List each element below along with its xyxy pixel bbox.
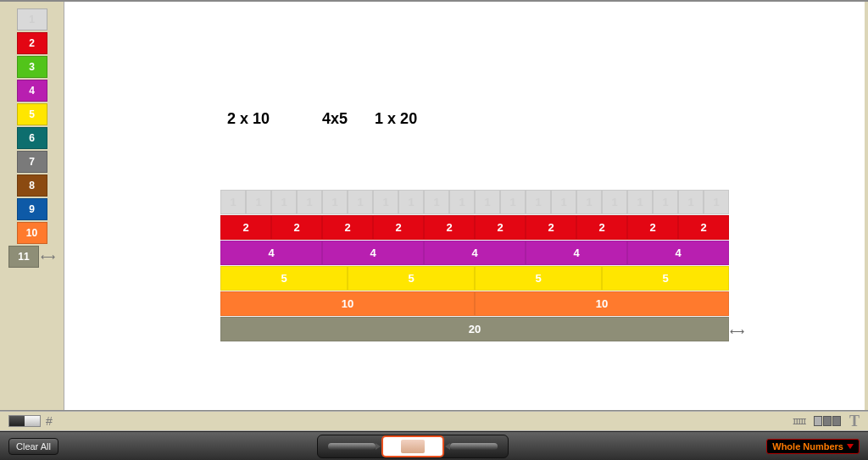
- drawing-tool-tray: [317, 435, 509, 458]
- main-area: 1234567891011⟷ 2 x 10 4x5 1 x 20 1111111…: [0, 0, 868, 411]
- text-annotation[interactable]: 2 x 10: [227, 110, 270, 128]
- text-annotation[interactable]: 4x5: [322, 110, 348, 128]
- rod-5[interactable]: 5: [475, 266, 602, 291]
- rod-1[interactable]: 1: [271, 190, 297, 214]
- grid-icon[interactable]: #: [46, 414, 53, 428]
- mode-dropdown[interactable]: Whole Numbers: [766, 439, 860, 454]
- rod-4[interactable]: 4: [424, 241, 526, 265]
- rod-2[interactable]: 2: [271, 215, 322, 240]
- palette-rod-2[interactable]: 2: [17, 32, 47, 54]
- rod-1[interactable]: 1: [475, 190, 500, 214]
- clear-all-button[interactable]: Clear All: [8, 438, 58, 455]
- rod-1[interactable]: 1: [653, 190, 678, 214]
- rod-2[interactable]: 2: [576, 215, 627, 240]
- palette-rod-5[interactable]: 5: [17, 103, 47, 125]
- resize-handle-icon[interactable]: ⟷: [730, 325, 744, 337]
- rod-10[interactable]: 10: [220, 291, 475, 316]
- rod-10[interactable]: 10: [475, 291, 729, 316]
- ruler-icon[interactable]: ɪɪɪɪɪ: [793, 415, 805, 427]
- bottom-toolbar: Clear All Whole Numbers: [0, 431, 868, 460]
- palette-rod-6[interactable]: 6: [17, 127, 47, 149]
- rod-5[interactable]: 5: [220, 266, 348, 291]
- rod-row[interactable]: 5555: [220, 266, 729, 291]
- palette-rod-1[interactable]: 1: [17, 8, 47, 30]
- color-swatches[interactable]: [814, 416, 841, 426]
- rod-4[interactable]: 4: [220, 241, 322, 265]
- rod-1[interactable]: 1: [627, 190, 653, 214]
- palette-rod-7[interactable]: 7: [17, 151, 47, 173]
- rod-1[interactable]: 1: [551, 190, 576, 214]
- rod-1[interactable]: 1: [576, 190, 602, 214]
- rod-2[interactable]: 2: [475, 215, 526, 240]
- view-toggle[interactable]: [8, 415, 41, 427]
- palette-rod-3[interactable]: 3: [17, 56, 47, 78]
- options-strip: # ɪɪɪɪɪ T: [0, 411, 868, 431]
- rod-1[interactable]: 1: [424, 190, 449, 214]
- eraser-tool[interactable]: [383, 437, 442, 456]
- rod-palette: 1234567891011⟷: [0, 2, 64, 410]
- text-annotations[interactable]: 2 x 10 4x5 1 x 20: [227, 110, 417, 128]
- rod-4[interactable]: 4: [322, 241, 424, 265]
- rod-1[interactable]: 1: [246, 190, 271, 214]
- rod-2[interactable]: 2: [322, 215, 373, 240]
- rod-20[interactable]: 20: [220, 317, 729, 341]
- rod-1[interactable]: 1: [373, 190, 398, 214]
- rod-1[interactable]: 1: [678, 190, 704, 214]
- chevron-down-icon: [847, 444, 854, 449]
- canvas[interactable]: 2 x 10 4x5 1 x 20 1111111111111111111122…: [64, 2, 865, 410]
- rod-5[interactable]: 5: [348, 266, 475, 291]
- palette-rod-10[interactable]: 10: [17, 222, 47, 244]
- rod-row[interactable]: 20: [220, 317, 729, 342]
- rod-row[interactable]: 44444: [220, 241, 729, 266]
- palette-rod-8[interactable]: 8: [17, 175, 47, 197]
- mode-label: Whole Numbers: [772, 441, 843, 452]
- rod-1[interactable]: 1: [704, 190, 729, 214]
- rod-1[interactable]: 1: [297, 190, 322, 214]
- rod-stack[interactable]: 1111111111111111111122222222224444455551…: [220, 190, 729, 342]
- rod-1[interactable]: 1: [322, 190, 348, 214]
- palette-resize-icon[interactable]: ⟷: [41, 251, 55, 263]
- rod-1[interactable]: 1: [526, 190, 551, 214]
- rod-4[interactable]: 4: [526, 241, 627, 265]
- rod-2[interactable]: 2: [678, 215, 729, 240]
- rod-2[interactable]: 2: [627, 215, 678, 240]
- text-annotation[interactable]: 1 x 20: [375, 110, 417, 128]
- pen-tool[interactable]: [322, 437, 381, 456]
- rod-1[interactable]: 1: [398, 190, 424, 214]
- palette-rod-4[interactable]: 4: [17, 80, 47, 102]
- rod-1[interactable]: 1: [449, 190, 475, 214]
- rod-2[interactable]: 2: [220, 215, 271, 240]
- pen-tool-2[interactable]: [444, 437, 504, 456]
- rod-row[interactable]: 11111111111111111111: [220, 190, 729, 215]
- rod-row[interactable]: 2222222222: [220, 215, 729, 241]
- rod-2[interactable]: 2: [373, 215, 424, 240]
- rod-1[interactable]: 1: [348, 190, 373, 214]
- rod-row[interactable]: 1010: [220, 291, 729, 317]
- palette-rod-9[interactable]: 9: [17, 198, 47, 220]
- rod-1[interactable]: 1: [602, 190, 627, 214]
- rod-4[interactable]: 4: [627, 241, 729, 265]
- rod-2[interactable]: 2: [526, 215, 576, 240]
- rod-5[interactable]: 5: [602, 266, 729, 291]
- rod-2[interactable]: 2: [424, 215, 475, 240]
- rod-1[interactable]: 1: [220, 190, 246, 214]
- text-tool-icon[interactable]: T: [849, 413, 860, 430]
- rod-1[interactable]: 1: [500, 190, 526, 214]
- palette-rod-11[interactable]: 11: [8, 246, 39, 268]
